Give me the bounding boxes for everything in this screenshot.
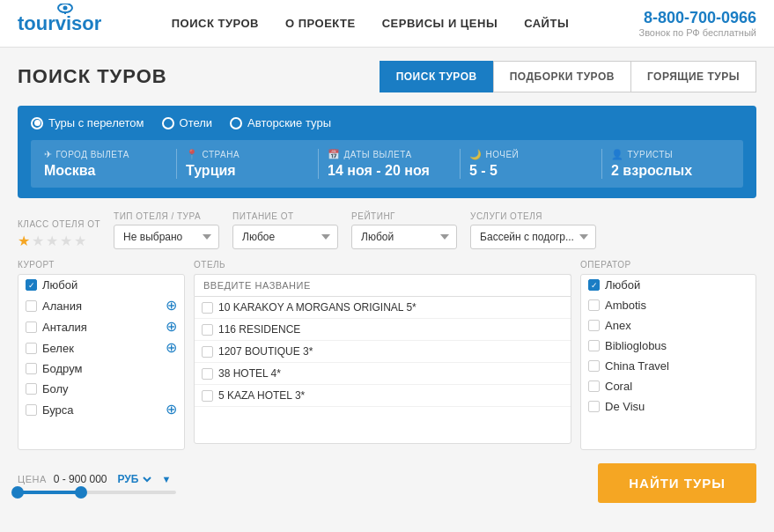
header-phone: 8-800-700-0966 Звонок по РФ бесплатный [638, 9, 756, 38]
op-checkbox-any[interactable] [588, 279, 600, 291]
main-nav: ПОИСК ТУРОВ О ПРОЕКТЕ СЕРВИСЫ И ЦЕНЫ САЙ… [172, 17, 569, 30]
nav-sites-link[interactable]: САЙТЫ [524, 17, 569, 30]
resort-checkbox-antalya[interactable] [26, 321, 37, 333]
radio-custom-btn[interactable] [230, 117, 242, 129]
resort-checkbox-alania[interactable] [26, 300, 37, 312]
radio-hotels[interactable]: Отели [162, 116, 213, 129]
list-item[interactable]: Белек ⊕ [18, 337, 184, 358]
moon-icon: 🌙 [469, 149, 483, 160]
resort-checkbox-bolu[interactable] [26, 383, 37, 395]
radio-hotels-label: Отели [180, 116, 213, 129]
hotel-type-label: ТИП ОТЕЛЯ / ТУРА [114, 211, 219, 221]
hotel-checkbox-0[interactable] [202, 302, 213, 314]
field-tourists[interactable]: 👤 ТУРИСТЫ 2 взрослых [611, 149, 730, 179]
radio-hotels-btn[interactable] [162, 117, 174, 129]
page-title: ПОИСК ТУРОВ [18, 65, 167, 88]
nav-about-link[interactable]: О ПРОЕКТЕ [285, 17, 356, 30]
resort-label-bodrum: Бодрум [42, 362, 82, 375]
list-item[interactable]: 1207 BOUTIQUE 3* [195, 341, 571, 363]
op-checkbox-china-travel[interactable] [588, 360, 600, 372]
add-resort-bursa[interactable]: ⊕ [166, 403, 177, 417]
price-range-display: ЦЕНА 0 - 900 000 РУБ USD EUR ▼ [18, 472, 176, 486]
list-item[interactable]: 5 KAZA HOTEL 3* [195, 385, 571, 407]
field-departure-city[interactable]: ✈ ГОРОД ВЫЛЕТА Москва [44, 149, 177, 179]
list-item[interactable]: Anex [581, 315, 756, 336]
hotel-services-select[interactable]: Бассейн с подогр... [470, 225, 596, 249]
hotel-column: ОТЕЛЬ 10 KARAKOY A MORGANS ORIGINAL 5* 1… [194, 260, 571, 450]
hotel-checkbox-2[interactable] [202, 346, 213, 358]
resort-checkbox-bodrum[interactable] [26, 363, 37, 374]
op-label-ambotis: Ambotis [605, 299, 646, 312]
list-item[interactable]: 10 KARAKOY A MORGANS ORIGINAL 5* [195, 297, 571, 319]
tab-search[interactable]: ПОИСК ТУРОВ [380, 61, 493, 92]
country-value: Турция [186, 163, 305, 179]
add-resort-alania[interactable]: ⊕ [166, 299, 177, 313]
hotel-services-label: УСЛУГИ ОТЕЛЯ [470, 211, 596, 221]
add-resort-antalya[interactable]: ⊕ [166, 320, 177, 334]
rating-select[interactable]: Любой 3+ 4+ 4.5+ [351, 225, 457, 249]
plane-icon: ✈ [44, 149, 53, 160]
hotel-checkbox-4[interactable] [202, 390, 213, 402]
nutrition-select[interactable]: Любое BB HB FB AI [232, 225, 338, 249]
resort-label-belek: Белек [42, 342, 74, 355]
list-item[interactable]: Coral [581, 376, 756, 396]
list-item[interactable]: Любой [18, 275, 184, 295]
radio-tours-flight-label: Туры с перелетом [48, 116, 144, 129]
op-checkbox-ambotis[interactable] [588, 299, 600, 311]
hotel-search-input[interactable] [194, 274, 571, 296]
op-checkbox-biblioglobus[interactable] [588, 340, 600, 351]
departure-city-value: Москва [44, 163, 163, 179]
star-4[interactable]: ★ [60, 233, 72, 249]
op-checkbox-de-visu[interactable] [588, 401, 600, 412]
logo[interactable]: tourvisor [18, 12, 101, 35]
list-item[interactable]: Любой [581, 275, 756, 295]
star-5[interactable]: ★ [74, 233, 86, 249]
resort-checkbox-belek[interactable] [26, 343, 37, 354]
hotel-type-select[interactable]: Не выбрано Отель Апартаменты [114, 225, 219, 249]
filters-row: КЛАСС ОТЕЛЯ ОТ ★ ★ ★ ★ ★ ТИП ОТЕЛЯ / ТУР… [18, 211, 756, 249]
list-item[interactable]: Алания ⊕ [18, 295, 184, 316]
radio-group: Туры с перелетом Отели Авторские туры [31, 116, 743, 129]
currency-select[interactable]: РУБ USD EUR [114, 472, 154, 486]
resort-checkbox-bursa[interactable] [26, 404, 37, 416]
nav-services-link[interactable]: СЕРВИСЫ И ЦЕНЫ [382, 17, 498, 30]
field-nights[interactable]: 🌙 НОЧЕЙ 5 - 5 [469, 149, 602, 179]
star-3[interactable]: ★ [46, 233, 58, 249]
price-slider-track[interactable] [18, 491, 176, 494]
radio-custom-tours[interactable]: Авторские туры [230, 116, 331, 129]
list-item[interactable]: Болу [18, 379, 184, 399]
list-item[interactable]: Бурса ⊕ [18, 399, 184, 420]
op-checkbox-coral[interactable] [588, 381, 600, 392]
radio-tours-flight-btn[interactable] [31, 117, 43, 129]
phone-number[interactable]: 8-800-700-0966 [638, 9, 756, 27]
tab-hot[interactable]: ГОРЯЩИЕ ТУРЫ [631, 61, 756, 92]
star-1[interactable]: ★ [18, 233, 30, 249]
list-item[interactable]: Biblioglobus [581, 336, 756, 356]
star-2[interactable]: ★ [32, 233, 44, 249]
list-item[interactable]: Ambotis [581, 295, 756, 315]
search-button[interactable]: НАЙТИ ТУРЫ [598, 463, 756, 503]
list-item[interactable]: 38 HOTEL 4* [195, 363, 571, 385]
stars-row[interactable]: ★ ★ ★ ★ ★ [18, 233, 100, 249]
list-item[interactable]: China Travel [581, 356, 756, 376]
list-item[interactable]: 116 RESIDENCE [195, 319, 571, 341]
add-resort-belek[interactable]: ⊕ [166, 341, 177, 355]
hotel-checkbox-3[interactable] [202, 368, 213, 380]
price-slider-min-thumb[interactable] [11, 486, 24, 499]
price-slider-max-thumb[interactable] [75, 486, 87, 499]
op-checkbox-anex[interactable] [588, 320, 600, 331]
radio-tours-with-flight[interactable]: Туры с перелетом [31, 116, 144, 129]
columns: КУРОРТ Любой Алания ⊕ Анталия ⊕ [18, 260, 756, 450]
list-item[interactable]: Анталия ⊕ [18, 316, 184, 337]
field-dates[interactable]: 📅 ДАТЫ ВЫЛЕТА 14 ноя - 20 ноя [328, 149, 461, 179]
hotel-checkbox-1[interactable] [202, 324, 213, 336]
tab-collections[interactable]: ПОДБОРКИ ТУРОВ [493, 61, 631, 92]
nights-value: 5 - 5 [469, 163, 588, 179]
search-fields: ✈ ГОРОД ВЫЛЕТА Москва 📍 СТРАНА Турция 📅 … [31, 140, 743, 188]
list-item[interactable]: Бодрум [18, 358, 184, 379]
nav-search-link[interactable]: ПОИСК ТУРОВ [172, 17, 259, 30]
list-item[interactable]: De Visu [581, 396, 756, 417]
field-country[interactable]: 📍 СТРАНА Турция [186, 149, 319, 179]
resort-list: Любой Алания ⊕ Анталия ⊕ Белек ⊕ [18, 274, 185, 450]
resort-checkbox-any[interactable] [26, 279, 37, 291]
